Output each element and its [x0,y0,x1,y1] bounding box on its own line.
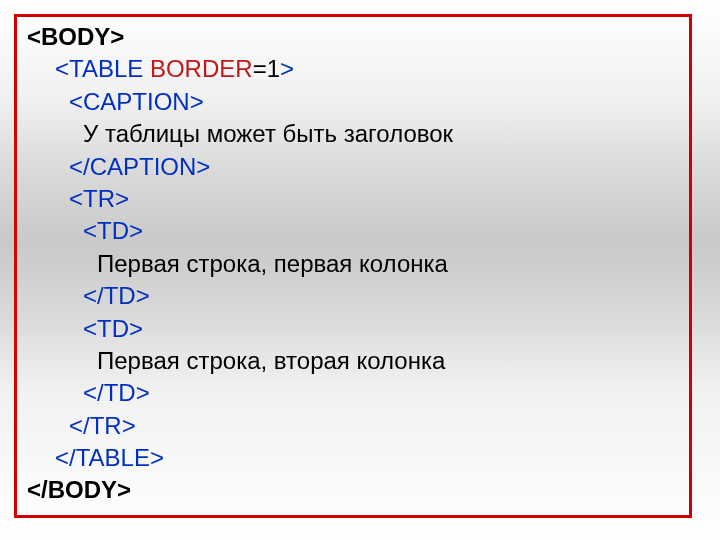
cell1-text: Первая строка, первая колонка [97,250,448,277]
tag-tr-open: <TR> [69,185,129,212]
tag-td-open-1: <TD> [83,217,143,244]
line-tr-close: </TR> [27,410,679,442]
line-td-close-1: </TD> [27,280,679,312]
attr-border-value: 1 [267,55,280,82]
line-tr-open: <TR> [27,183,679,215]
line-caption-close: </CAPTION> [27,151,679,183]
cell2-text: Первая строка, вторая колонка [97,347,445,374]
line-body-close: </BODY> [27,474,679,506]
line-td-open-1: <TD> [27,215,679,247]
code-frame: <BODY> <TABLE BORDER=1> <CAPTION> У табл… [14,14,692,518]
eq-sign: = [253,55,267,82]
tag-tr-close: </TR> [69,412,136,439]
line-cell1-text: Первая строка, первая колонка [27,248,679,280]
tag-td-close-2: </TD> [83,379,150,406]
line-td-open-2: <TD> [27,313,679,345]
tag-td-open-2: <TD> [83,315,143,342]
line-caption-text: У таблицы может быть заголовок [27,118,679,150]
tag-caption-open: <CAPTION> [69,88,204,115]
attr-border: BORDER [150,55,253,82]
caption-text: У таблицы может быть заголовок [83,120,453,147]
line-cell2-text: Первая строка, вторая колонка [27,345,679,377]
tag-body-open: <BODY> [27,23,124,50]
line-body-open: <BODY> [27,21,679,53]
tag-table-close: </TABLE> [55,444,164,471]
tag-table-open-suffix: > [280,55,294,82]
line-td-close-2: </TD> [27,377,679,409]
tag-body-close: </BODY> [27,476,131,503]
line-table-close: </TABLE> [27,442,679,474]
line-table-open: <TABLE BORDER=1> [27,53,679,85]
tag-td-close-1: </TD> [83,282,150,309]
line-caption-open: <CAPTION> [27,86,679,118]
tag-caption-close: </CAPTION> [69,153,210,180]
tag-table-open-prefix: <TABLE [55,55,150,82]
